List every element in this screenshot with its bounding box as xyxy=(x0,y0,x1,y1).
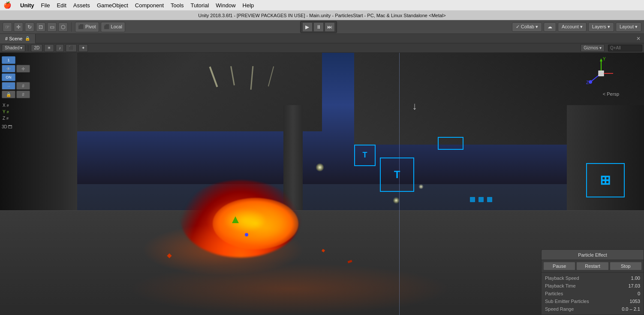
axis-gap xyxy=(2,122,30,124)
lighting-toggle[interactable]: ☀ xyxy=(44,44,54,52)
menu-help[interactable]: Help xyxy=(243,2,254,9)
eye-move-group: 👁 ✛ xyxy=(2,65,30,73)
local-button[interactable]: ⬛ Local xyxy=(101,22,125,32)
layout-button[interactable]: Layout ▾ xyxy=(616,22,641,32)
pivot-button[interactable]: ⬛ Pivot xyxy=(75,22,99,32)
y-axis-text: Y xyxy=(3,109,6,114)
menu-edit[interactable]: Edit xyxy=(57,2,66,9)
skybox-toggle[interactable]: ⬛ xyxy=(66,44,77,52)
particle-panel-data: Playback Speed 1.00 Playback Time 17.03 … xyxy=(542,273,644,315)
audio-toggle[interactable]: ♪ xyxy=(56,44,64,52)
apple-logo-icon[interactable]: 🍎 xyxy=(3,1,12,9)
svg-rect-6 xyxy=(599,71,604,76)
layer-number-btn[interactable]: 1 xyxy=(2,56,15,64)
scale-tool-icon[interactable]: ⊡ xyxy=(36,22,45,32)
selection-box-t3-icon: ⊞ xyxy=(600,173,611,188)
particle-label-0: Playback Speed xyxy=(545,276,579,281)
rotate-tool-icon[interactable]: ↻ xyxy=(25,22,34,32)
account-label: Account ▾ xyxy=(562,24,583,30)
particle-panel-title: Particle Effect xyxy=(578,252,607,257)
selection-box-far-right[interactable]: ⊞ xyxy=(586,163,625,197)
blue-dot-marker xyxy=(245,233,248,236)
blue-dot-icon-3 xyxy=(487,197,492,202)
lock-grid-group: 🔒 # xyxy=(2,91,30,98)
grid2-icon[interactable]: # xyxy=(16,91,30,98)
menu-gameobject[interactable]: GameObject xyxy=(97,2,128,9)
menu-file[interactable]: File xyxy=(41,2,50,9)
on-btn[interactable]: ON xyxy=(2,73,15,81)
svg-marker-1 xyxy=(600,58,602,61)
particle-row-0: Playback Speed 1.00 xyxy=(545,274,640,282)
on-label: ON xyxy=(6,75,12,79)
stop-particle-button[interactable]: Stop xyxy=(610,262,642,270)
eye-icon[interactable]: 👁 xyxy=(2,65,15,73)
restart-particle-label: Restart xyxy=(585,264,600,269)
left-side-controls: 1 👁 ✛ ON → # 🔒 # X # Y xyxy=(2,56,30,129)
2d-label: 2D xyxy=(34,45,39,50)
3d-icon: 🗔 xyxy=(8,124,12,129)
particle-value-4: 0.0 – 2.1 xyxy=(622,306,640,312)
play-button[interactable]: ▶ xyxy=(302,22,313,32)
particle-row-2: Particles 0 xyxy=(545,290,640,297)
scene-tab-label: # Scene xyxy=(5,36,22,41)
ctrl-sep-1 xyxy=(28,45,28,51)
account-button[interactable]: Account ▾ xyxy=(558,22,587,32)
menu-tools[interactable]: Tools xyxy=(171,2,184,9)
scene-viewport[interactable]: ↓ T T ⊞ xyxy=(0,53,644,315)
search-area xyxy=(608,45,642,51)
fx-toggle[interactable]: ✦ xyxy=(78,44,88,52)
pause-button[interactable]: ⏸ xyxy=(313,22,324,32)
particle-row-3: Sub Emitter Particles 1053 xyxy=(545,297,640,305)
menu-window[interactable]: Window xyxy=(216,2,235,9)
hand-tool-icon[interactable]: ☞ xyxy=(3,22,12,32)
menu-assets[interactable]: Assets xyxy=(73,2,90,9)
pause-particle-label: Pause xyxy=(553,264,566,269)
cloud-button[interactable]: ☁ xyxy=(544,22,556,32)
scene-search-input[interactable] xyxy=(608,45,642,51)
move-icon[interactable]: ✛ xyxy=(16,65,30,73)
selection-box-t2-icon: T xyxy=(363,151,367,160)
ceiling-lamp-3 xyxy=(418,184,424,189)
scene-tab-lock-icon: 🔒 xyxy=(25,36,30,41)
main-toolbar: ☞ ✛ ↻ ⊡ ▭ ⬡ ⬛ Pivot ⬛ Local ▶ ⏸ ⏭ ✓ Coll… xyxy=(0,20,644,34)
particle-label-2: Particles xyxy=(545,291,563,296)
grid-icon[interactable]: # xyxy=(16,82,30,90)
selection-box-small-1[interactable] xyxy=(438,137,463,150)
pause-particle-button[interactable]: Pause xyxy=(543,262,575,270)
title-bar: Unity 2018.3.6f1 - [PREVIEW PACKAGES IN … xyxy=(0,11,644,20)
scene-area: # Scene 🔒 ✕ Shaded ▾ 2D ☀ ♪ ⬛ ✦ Gizmos ▾ xyxy=(0,34,644,315)
shaded-chevron-icon: ▾ xyxy=(20,45,22,50)
shaded-label: Shaded xyxy=(5,45,19,50)
rect-tool-icon[interactable]: ▭ xyxy=(47,22,57,32)
restart-particle-button[interactable]: Restart xyxy=(576,262,608,270)
collab-label: ✓ Collab ▾ xyxy=(516,24,538,30)
2d-button[interactable]: 2D xyxy=(31,44,42,52)
particle-value-3: 1053 xyxy=(630,299,640,304)
selection-box-large[interactable]: T xyxy=(380,158,414,192)
menu-unity[interactable]: Unity xyxy=(20,2,34,9)
transform-tool-icon[interactable]: ⬡ xyxy=(58,22,68,32)
selection-box-medium[interactable]: T xyxy=(354,145,376,166)
title-text: Unity 2018.3.6f1 - [PREVIEW PACKAGES IN … xyxy=(198,13,446,18)
persp-label: < Persp xyxy=(603,91,619,97)
layers-button[interactable]: Layers ▾ xyxy=(588,22,614,32)
move-tool-icon[interactable]: ✛ xyxy=(14,22,23,32)
gizmos-button[interactable]: Gizmos ▾ xyxy=(581,44,605,52)
selection-box-t-icon: T xyxy=(394,169,400,181)
step-button[interactable]: ⏭ xyxy=(325,22,335,32)
scene-tab[interactable]: # Scene 🔒 xyxy=(0,34,36,43)
scene-close-icon[interactable]: ✕ xyxy=(633,36,644,42)
z-axis-icon: # xyxy=(6,116,9,121)
x-axis-icon: # xyxy=(7,103,9,108)
scene-tab-bar: # Scene 🔒 ✕ xyxy=(0,34,644,43)
shaded-dropdown[interactable]: Shaded ▾ xyxy=(2,44,25,52)
collab-button[interactable]: ✓ Collab ▾ xyxy=(512,22,542,32)
x-axis-label: X # xyxy=(2,103,30,108)
lock-icon[interactable]: 🔒 xyxy=(2,91,15,98)
gizmo-svg[interactable]: Y Z xyxy=(584,56,618,91)
menu-component[interactable]: Component xyxy=(135,2,164,9)
particle-panel-buttons: Pause Restart Stop xyxy=(542,260,644,273)
menu-tutorial[interactable]: Tutorial xyxy=(190,2,209,9)
arrow-icon[interactable]: → xyxy=(2,82,15,90)
particle-row-1: Playback Time 17.03 xyxy=(545,282,640,290)
